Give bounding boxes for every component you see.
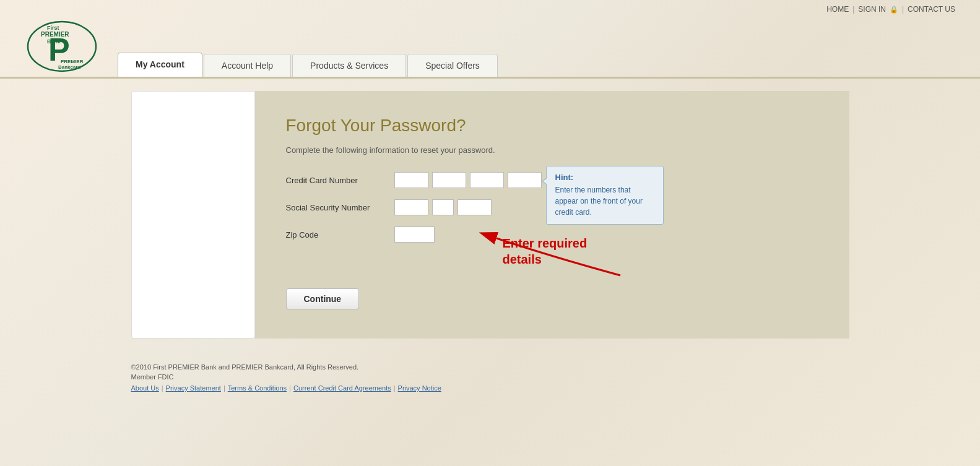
footer-sep-3: | (289, 384, 291, 392)
continue-button[interactable]: Continue (286, 288, 360, 309)
header: P First PREMIER Bank PREMIER Bankcard My… (0, 19, 980, 79)
footer-link-privacy[interactable]: Privacy Statement (166, 384, 221, 392)
footer-link-about[interactable]: About Us (131, 384, 159, 392)
footer-sep-2: | (223, 384, 225, 392)
footer-sep-4: | (394, 384, 396, 392)
sidebar (131, 91, 255, 339)
ssn-field-2[interactable] (432, 199, 454, 215)
ssn-field-3[interactable] (457, 199, 492, 215)
svg-text:PREMIER: PREMIER (41, 31, 69, 38)
top-nav: HOME | SIGN IN 🔒 | CONTACT US (0, 0, 980, 19)
ssn-label: Social Security Number (286, 203, 394, 212)
zip-label: Zip Code (286, 230, 394, 239)
contact-us-link[interactable]: CONTACT US (908, 5, 955, 14)
footer-links: About Us | Privacy Statement | Terms & C… (131, 384, 849, 392)
svg-text:First: First (47, 25, 59, 31)
cc-field-4[interactable] (508, 172, 542, 188)
hint-tooltip: Hint: Enter the numbers that appear on t… (546, 166, 664, 225)
svg-text:Bankcard: Bankcard (58, 64, 81, 70)
form-title: Forgot Your Password? (286, 116, 818, 136)
hint-text: Enter the numbers that appear on the fro… (555, 184, 654, 218)
form-subtitle: Complete the following information to re… (286, 145, 818, 155)
footer-link-notice[interactable]: Privacy Notice (398, 384, 441, 392)
zip-field[interactable] (394, 227, 435, 243)
main-wrapper: Forgot Your Password? Complete the follo… (106, 79, 874, 351)
nav-sep-1: | (852, 5, 854, 14)
logo-area: P First PREMIER Bank PREMIER Bankcard (25, 19, 99, 77)
content-area: Forgot Your Password? Complete the follo… (255, 91, 849, 339)
hint-title: Hint: (555, 173, 654, 182)
tab-account-help[interactable]: Account Help (204, 54, 291, 77)
sign-in-link[interactable]: SIGN IN (858, 5, 886, 14)
zip-fields (394, 227, 435, 243)
ssn-fields (394, 199, 492, 215)
footer-sep-1: | (162, 384, 163, 392)
svg-text:Bank: Bank (47, 38, 61, 45)
annotation-text: Enter requireddetails (503, 235, 588, 267)
tab-special-offers[interactable]: Special Offers (407, 54, 498, 77)
credit-card-fields (394, 172, 542, 188)
footer: ©2010 First PREMIER Bank and PREMIER Ban… (106, 351, 874, 404)
cc-field-2[interactable] (432, 172, 466, 188)
ssn-field-1[interactable] (394, 199, 428, 215)
logo: P First PREMIER Bank PREMIER Bankcard (25, 19, 99, 74)
lock-icon: 🔒 (890, 6, 898, 14)
home-link[interactable]: HOME (826, 5, 849, 14)
footer-link-terms[interactable]: Terms & Conditions (228, 384, 287, 392)
cc-field-1[interactable] (394, 172, 428, 188)
footer-link-agreements[interactable]: Current Credit Card Agreements (293, 384, 391, 392)
footer-copyright: ©2010 First PREMIER Bank and PREMIER Ban… (131, 363, 849, 371)
nav-sep-2: | (902, 5, 904, 14)
tab-my-account[interactable]: My Account (118, 53, 202, 77)
svg-text:PREMIER: PREMIER (61, 59, 84, 64)
tab-products-services[interactable]: Products & Services (292, 54, 406, 77)
nav-tabs: My Account Account Help Products & Servi… (118, 53, 955, 77)
cc-field-3[interactable] (470, 172, 504, 188)
footer-fdic: Member FDIC (131, 373, 849, 381)
credit-card-row: Credit Card Number Hint: Enter the numbe… (286, 172, 818, 188)
credit-card-label: Credit Card Number (286, 176, 394, 185)
